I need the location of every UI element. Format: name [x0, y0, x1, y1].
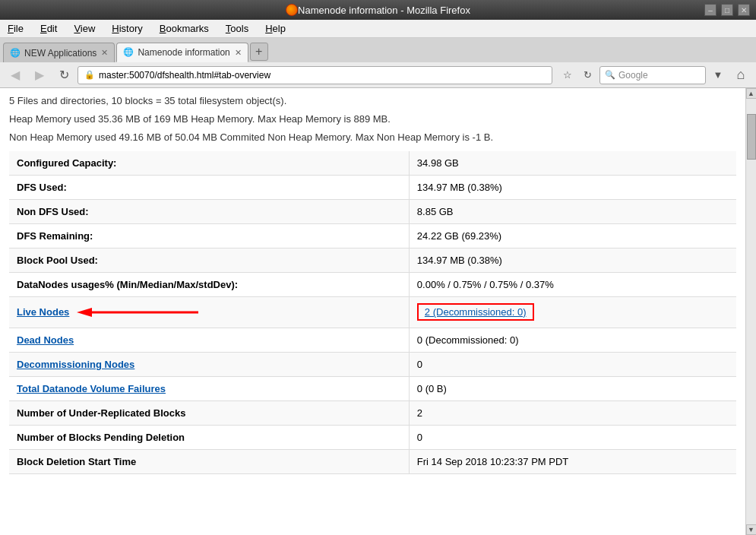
table-cell-value: 0: [409, 425, 736, 449]
menu-view[interactable]: View: [69, 21, 100, 36]
search-placeholder: Google: [618, 70, 648, 81]
menu-bar: File Edit View History Bookmarks Tools H…: [0, 20, 756, 38]
nav-bar: ◀ ▶ ↻ 🔒 master:50070/dfshealth.html#tab-…: [0, 62, 756, 88]
table-cell-label: Number of Blocks Pending Deletion: [9, 425, 409, 449]
table-cell-label: DFS Used:: [9, 175, 409, 199]
scroll-up-arrow[interactable]: ▲: [746, 88, 757, 99]
refresh-button[interactable]: ↻: [53, 65, 74, 86]
table-cell-value: 134.97 MB (0.38%): [409, 248, 736, 272]
menu-file[interactable]: File: [3, 21, 28, 36]
top-text-3: Non Heap Memory used 49.16 MB of 50.04 M…: [9, 131, 736, 144]
table-row: DFS Remaining:24.22 GB (69.23%): [9, 223, 736, 248]
nav-refresh-button[interactable]: ↻: [578, 66, 596, 84]
scroll-track[interactable]: [746, 99, 757, 524]
table-cell-value[interactable]: 2 (Decommissioned: 0): [409, 296, 736, 328]
info-table: Configured Capacity:34.98 GBDFS Used:134…: [9, 151, 736, 474]
tab-label-0: NEW Applications: [24, 48, 96, 59]
close-button[interactable]: ✕: [738, 4, 750, 16]
live-nodes-value[interactable]: 2 (Decommissioned: 0): [417, 303, 534, 321]
tab-favicon-0: 🌐: [10, 48, 21, 59]
table-cell-label: DFS Remaining:: [9, 223, 409, 248]
search-engine-icon[interactable]: ▼: [709, 66, 727, 84]
title-bar: Namenode information - Mozilla Firefox –…: [0, 0, 756, 20]
page-content: 5 Files and directories, 10 blocks = 35 …: [0, 88, 745, 535]
new-tab-button[interactable]: +: [250, 43, 268, 61]
table-row: Block Deletion Start TimeFri 14 Sep 2018…: [9, 449, 736, 473]
tab-favicon-1: 🌐: [123, 47, 134, 58]
table-cell-label: Block Deletion Start Time: [9, 449, 409, 473]
table-cell-label[interactable]: Total Datanode Volume Failures: [9, 376, 409, 400]
google-icon: 🔍: [605, 70, 615, 80]
address-bar[interactable]: 🔒 master:50070/dfshealth.html#tab-overvi…: [77, 66, 552, 84]
search-box[interactable]: 🔍 Google: [599, 66, 706, 84]
table-cell-label: Non DFS Used:: [9, 199, 409, 223]
red-arrow-icon: [77, 303, 198, 321]
lock-icon: 🔒: [84, 70, 95, 80]
window-title: Namenode information - Mozilla Firefox: [298, 5, 470, 16]
firefox-icon: [286, 4, 298, 16]
table-cell-label: Live Nodes: [9, 296, 409, 328]
table-cell-value: 134.97 MB (0.38%): [409, 175, 736, 199]
top-text-2: Heap Memory used 35.36 MB of 169 MB Heap…: [9, 112, 736, 126]
menu-history[interactable]: History: [107, 21, 147, 36]
maximize-button[interactable]: □: [721, 4, 733, 16]
table-row: Number of Blocks Pending Deletion0: [9, 425, 736, 449]
table-cell-label: Block Pool Used:: [9, 248, 409, 272]
forward-button[interactable]: ▶: [29, 65, 50, 86]
table-cell-label: Configured Capacity:: [9, 151, 409, 176]
table-row: Dead Nodes0 (Decommissioned: 0): [9, 328, 736, 352]
table-cell-value: 0 (Decommissioned: 0): [409, 328, 736, 352]
menu-bookmarks[interactable]: Bookmarks: [155, 21, 214, 36]
tab-close-0[interactable]: ✕: [101, 48, 108, 58]
table-row: Configured Capacity:34.98 GB: [9, 151, 736, 176]
url-text: master:50070/dfshealth.html#tab-overview: [99, 70, 270, 81]
table-row: Non DFS Used:8.85 GB: [9, 199, 736, 223]
table-cell-value: Fri 14 Sep 2018 10:23:37 PM PDT: [409, 449, 736, 473]
table-row: Block Pool Used:134.97 MB (0.38%): [9, 248, 736, 272]
scrollbar[interactable]: ▲ ▼: [745, 88, 756, 535]
table-row: Number of Under-Replicated Blocks2: [9, 400, 736, 425]
menu-help[interactable]: Help: [261, 21, 290, 36]
menu-edit[interactable]: Edit: [36, 21, 62, 36]
table-row: DFS Used:134.97 MB (0.38%): [9, 175, 736, 199]
live-nodes-link[interactable]: Live Nodes: [17, 306, 69, 318]
table-cell-value: 8.85 GB: [409, 199, 736, 223]
table-cell-label: Number of Under-Replicated Blocks: [9, 400, 409, 425]
back-button[interactable]: ◀: [5, 65, 26, 86]
home-button[interactable]: ⌂: [730, 65, 751, 86]
window-controls[interactable]: – □ ✕: [704, 4, 750, 16]
table-row: Live Nodes2 (Decommissioned: 0): [9, 296, 736, 328]
scroll-thumb[interactable]: [747, 114, 756, 160]
scroll-down-arrow[interactable]: ▼: [746, 524, 757, 535]
address-bar-actions: ☆ ↻: [558, 66, 596, 84]
table-cell-label: DataNodes usages% (Min/Median/Max/stdDev…: [9, 272, 409, 296]
table-cell-value: 0 (0 B): [409, 376, 736, 400]
minimize-button[interactable]: –: [704, 4, 716, 16]
browser-content: 5 Files and directories, 10 blocks = 35 …: [0, 88, 756, 535]
table-row: DataNodes usages% (Min/Median/Max/stdDev…: [9, 272, 736, 296]
table-cell-value: 24.22 GB (69.23%): [409, 223, 736, 248]
table-cell-label[interactable]: Decommissioning Nodes: [9, 352, 409, 376]
tab-label-1: Namenode information: [138, 47, 229, 58]
top-text-1: 5 Files and directories, 10 blocks = 35 …: [9, 94, 736, 108]
table-row: Total Datanode Volume Failures0 (0 B): [9, 376, 736, 400]
menu-tools[interactable]: Tools: [221, 21, 253, 36]
table-cell-value: 34.98 GB: [409, 151, 736, 176]
table-cell-value: 0: [409, 352, 736, 376]
svg-marker-1: [77, 308, 92, 317]
table-cell-label[interactable]: Dead Nodes: [9, 328, 409, 352]
tab-close-1[interactable]: ✕: [235, 48, 242, 58]
table-cell-value: 0.00% / 0.75% / 0.75% / 0.37%: [409, 272, 736, 296]
table-row: Decommissioning Nodes0: [9, 352, 736, 376]
tab-new-applications[interactable]: 🌐 NEW Applications ✕: [3, 43, 115, 62]
tab-namenode-information[interactable]: 🌐 Namenode information ✕: [116, 43, 248, 62]
tab-bar: 🌐 NEW Applications ✕ 🌐 Namenode informat…: [0, 38, 756, 62]
table-cell-value: 2: [409, 400, 736, 425]
bookmark-star-button[interactable]: ☆: [558, 66, 577, 84]
